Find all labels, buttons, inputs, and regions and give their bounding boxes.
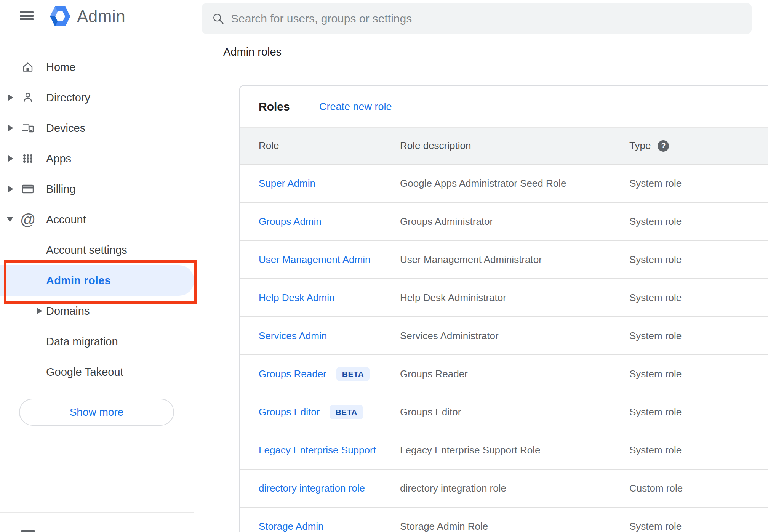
table-row-user-management-admin: User Management AdminUser Management Adm… [240,241,768,279]
sidebar: Admin HomeDirectoryDevicesAppsBilling@Ac… [0,0,202,532]
role-type: System role [629,444,768,456]
devices-icon [21,121,35,135]
role-description: Storage Admin Role [400,521,629,532]
sidebar-item-admin-roles[interactable]: Admin roles [0,265,194,296]
admin-hexagon-icon [49,6,72,27]
role-cell: Storage Admin [259,521,400,532]
role-description: Groups Editor [400,406,629,418]
role-link[interactable]: Super Admin [259,178,315,189]
sidebar-item-devices[interactable]: Devices [0,113,202,143]
sidebar-item-label: Data migration [46,335,118,348]
create-new-role-link[interactable]: Create new role [319,101,392,112]
sidebar-item-label: Billing [46,183,75,195]
sidebar-item-label: Admin roles [46,274,111,287]
column-header-role-description: Role description [400,140,629,152]
beta-badge: BETA [330,405,363,419]
person-icon [21,91,35,104]
role-link[interactable]: Storage Admin [259,521,324,532]
card-icon [21,182,35,196]
chevron-right-icon[interactable] [8,186,13,192]
sidebar-item-label: Home [46,61,75,74]
apps-icon [21,152,35,165]
role-cell: directory integration role [259,482,400,494]
roles-card-header: Roles Create new role [240,86,768,127]
role-description: Help Desk Administrator [400,292,629,304]
product-name: Admin [77,7,125,26]
role-link[interactable]: Groups Admin [259,216,322,228]
role-type: System role [629,330,768,342]
role-cell: Legacy Enterprise Support [259,444,400,456]
sidebar-item-label: Devices [46,122,85,135]
role-type: System role [629,254,768,266]
sidebar-item-label: Account [46,213,86,226]
sidebar-item-apps[interactable]: Apps [0,143,202,174]
sidebar-item-data-migration[interactable]: Data migration [0,326,202,357]
table-row-legacy-enterprise-support: Legacy Enterprise SupportLegacy Enterpri… [240,431,768,470]
sidebar-item-label: Apps [46,152,71,165]
sidebar-item-home[interactable]: Home [0,52,202,82]
role-type: System role [629,216,768,228]
role-link[interactable]: directory integration role [259,482,365,494]
chevron-right-icon[interactable] [8,155,13,162]
admin-logo[interactable]: Admin [49,6,125,27]
at-icon: @ [21,213,35,226]
sidebar-item-billing[interactable]: Billing [0,174,202,204]
table-row-groups-reader: Groups ReaderBETAGroups ReaderSystem rol… [240,355,768,393]
sidebar-item-google-takeout[interactable]: Google Takeout [0,357,202,387]
chevron-right-icon[interactable] [8,95,13,101]
roles-table-header: Role Role description Type ? [240,127,768,165]
role-description: directory integration role [400,482,629,494]
chevron-down-icon[interactable] [7,217,13,222]
table-row-storage-admin: Storage AdminStorage Admin RoleSystem ro… [240,508,768,532]
bottom-partial-icon [21,530,35,532]
role-link[interactable]: Groups Reader [259,368,326,380]
sidebar-item-label: Directory [46,91,90,104]
chevron-right-icon[interactable] [8,125,13,131]
role-cell: Help Desk Admin [259,292,400,304]
role-cell: Groups EditorBETA [259,405,400,419]
show-more-button[interactable]: Show more [19,399,174,426]
hamburger-menu-icon[interactable] [20,11,34,21]
role-cell: Super Admin [259,178,400,189]
beta-badge: BETA [336,367,370,381]
sidebar-item-account[interactable]: @Account [0,204,202,235]
sidebar-item-directory[interactable]: Directory [0,82,202,113]
roles-table-body: Super AdminGoogle Apps Administrator See… [240,165,768,532]
sidebar-item-domains[interactable]: Domains [0,296,202,326]
sidebar-item-account-settings[interactable]: Account settings [0,235,202,265]
role-type: System role [629,521,768,532]
sidebar-bottom-divider [0,512,194,513]
table-row-help-desk-admin: Help Desk AdminHelp Desk AdministratorSy… [240,279,768,317]
roles-card: Roles Create new role Role Role descript… [239,85,768,532]
sidebar-item-label: Domains [46,305,90,317]
role-link[interactable]: Groups Editor [259,406,320,418]
role-link[interactable]: Legacy Enterprise Support [259,444,376,456]
role-link[interactable]: Help Desk Admin [259,292,334,304]
role-cell: Groups Admin [259,216,400,228]
role-description: Legacy Enterprise Support Role [400,444,629,456]
column-header-role: Role [259,140,400,152]
search-bar[interactable] [202,3,752,34]
role-type: System role [629,178,768,189]
sidebar-item-label: Google Takeout [46,366,123,378]
role-type: Custom role [629,482,768,494]
role-description: Services Administrator [400,330,629,342]
table-row-super-admin: Super AdminGoogle Apps Administrator See… [240,165,768,203]
home-icon [21,60,35,74]
role-cell: Groups ReaderBETA [259,367,400,381]
role-description: Groups Reader [400,368,629,380]
sidebar-nav: HomeDirectoryDevicesAppsBilling@AccountA… [0,52,202,387]
role-description: Google Apps Administrator Seed Role [400,178,629,189]
role-cell: Services Admin [259,330,400,342]
help-icon[interactable]: ? [658,140,669,152]
search-input[interactable] [230,12,740,26]
role-description: User Management Administrator [400,254,629,266]
column-header-type: Type ? [629,140,768,152]
chevron-right-icon[interactable] [37,308,42,314]
role-link[interactable]: User Management Admin [259,254,370,266]
role-link[interactable]: Services Admin [259,330,327,342]
role-type: System role [629,406,768,418]
roles-title: Roles [259,100,290,113]
header-divider [202,66,768,66]
role-description: Groups Administrator [400,216,629,228]
